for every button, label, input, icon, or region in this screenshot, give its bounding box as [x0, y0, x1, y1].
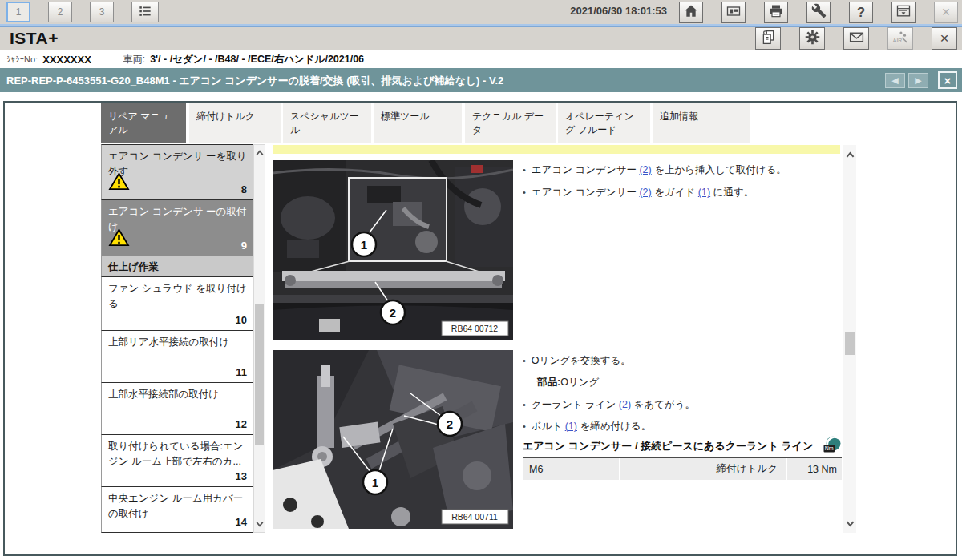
torque-value-cell: 13 Nm	[787, 458, 842, 480]
home-icon	[683, 3, 699, 22]
list-icon	[137, 3, 153, 22]
figure-condenser-install[interactable]: 1 2 RB64 00712	[273, 160, 513, 340]
tab-label: オペレーティング フルード	[565, 111, 634, 135]
step-replace-oring: •Oリングを交換する。	[523, 354, 843, 368]
question-icon: ?	[857, 5, 865, 21]
step-text: ボルト	[532, 421, 565, 432]
tab-operating-fluids[interactable]: オペレーティング フルード	[558, 103, 650, 143]
step-position-coolant-line: •クーラント ライン (2) をあてがう。	[523, 398, 843, 412]
torque-label-cell: 締付けトルク	[620, 458, 786, 480]
tab-label: スペシャルツール	[290, 111, 359, 135]
sidebar-item-text: 取り付けられている場合:エンジン ルーム上部で左右のカ...	[108, 441, 244, 467]
tab-technical-data[interactable]: テクニカル データ	[465, 103, 556, 143]
datetime-display: 2021/06/30 18:01:53	[570, 5, 667, 17]
step-text: エアコン コンデンサー	[532, 164, 640, 175]
scroll-up-button[interactable]	[254, 147, 265, 159]
tab-additional-info[interactable]: 追加情報	[653, 103, 750, 143]
sidebar-item-number: 12	[236, 417, 247, 433]
sidebar-item-install-condenser[interactable]: エアコン コンデンサ ーの取付け 9	[101, 200, 253, 256]
sidebar-item-upper-connection[interactable]: 上部水平接続部の取付け 12	[101, 383, 253, 435]
operations-list-button[interactable]	[131, 2, 159, 22]
scrollbar-thumb[interactable]	[255, 304, 264, 445]
vehicle-identification-button[interactable]	[722, 2, 746, 23]
document-title: REP-REP-P-6453551-G20_B48M1 - エアコン コンデンサ…	[6, 74, 808, 88]
close-document-button[interactable]: ×	[938, 71, 957, 89]
content-scrollbar[interactable]	[843, 145, 856, 533]
sidebar-item-text: ファン シュラウド を取り付ける	[108, 283, 247, 309]
tab-label: 締付けトルク	[196, 111, 255, 122]
sidebar-item-if-fitted-covers[interactable]: 取り付けられている場合:エンジン ルーム上部で左右のカ... 13	[101, 435, 253, 487]
figure-label: RB64 00712	[451, 324, 499, 333]
workshop-tools-button[interactable]	[806, 2, 831, 23]
sidebar-item-text: 上部水平接続部の取付け	[108, 389, 219, 400]
tab-tightening-torque[interactable]: 締付けトルク	[189, 103, 281, 143]
tab-special-tools[interactable]: スペシャルツール	[283, 103, 371, 143]
callout-1-number: 1	[372, 476, 378, 489]
scroll-up-button[interactable]	[843, 148, 856, 161]
close-session-button[interactable]: ×	[932, 27, 957, 50]
next-document-button[interactable]: ▶	[908, 73, 928, 88]
envelope-icon	[848, 29, 865, 49]
callout-link-2[interactable]: (2)	[639, 164, 651, 175]
tab-repair-manual[interactable]: リペア マニュアル	[101, 103, 186, 143]
wrench-icon	[811, 3, 827, 22]
close-icon: ×	[942, 4, 951, 21]
bullet-icon: •	[523, 400, 526, 409]
tab-label: 追加情報	[660, 111, 698, 122]
sidebar-item-upper-rear-connection[interactable]: 上部リア水平接続の取付け 11	[101, 331, 253, 383]
part-label: 部品:	[537, 377, 560, 388]
scroll-down-button[interactable]	[254, 518, 265, 530]
sidebar-scrollbar[interactable]	[253, 144, 265, 533]
window-minimize-button[interactable]	[891, 2, 916, 23]
step-text: をガイド	[652, 187, 698, 198]
warning-icon	[108, 228, 130, 252]
callout-link-1[interactable]: (1)	[698, 187, 710, 198]
close-icon: ×	[944, 74, 952, 87]
callout-link-2[interactable]: (2)	[619, 399, 631, 410]
bullet-icon: •	[523, 356, 526, 365]
svg-text:AIR: AIR	[893, 38, 902, 43]
scroll-down-button[interactable]	[843, 517, 856, 530]
view-button-3[interactable]: 3	[90, 2, 114, 22]
callout-link-2[interactable]: (2)	[639, 187, 651, 198]
printer-icon	[768, 3, 784, 22]
part-note-oring: 部品:Oリング	[537, 376, 858, 389]
sidebar-item-install-fan-shroud[interactable]: ファン シュラウド を取り付ける 10	[101, 277, 253, 331]
sidebar-header-finishing-work: 仕上げ作業	[101, 256, 253, 277]
help-button[interactable]: ?	[849, 2, 873, 23]
messages-button[interactable]	[843, 27, 869, 50]
callout-1-number: 1	[361, 238, 367, 252]
torque-nm-icon[interactable]: Nm	[823, 435, 842, 457]
tab-standard-tools[interactable]: 標準ツール	[374, 103, 462, 143]
view-button-1[interactable]: 1	[6, 2, 30, 22]
callout-link-1[interactable]: (1)	[565, 421, 577, 432]
bullet-icon: •	[523, 187, 526, 197]
figure-coolant-line[interactable]: 2 1 RB64 00711	[273, 350, 513, 529]
sidebar-header-text: 仕上げ作業	[108, 261, 159, 272]
vehicle-label: 車両:	[123, 53, 145, 66]
sidebar-item-remove-condenser[interactable]: エアコン コンデンサ ーを取り外す 8	[101, 144, 253, 200]
copy-document-button[interactable]	[755, 27, 781, 50]
step-text: を上から挿入して取付ける。	[652, 164, 786, 175]
home-button[interactable]	[679, 2, 703, 23]
tab-label: テクニカル データ	[472, 111, 544, 135]
chassis-number-value: XXXXXXX	[42, 54, 91, 66]
sidebar-item-number: 9	[241, 238, 247, 254]
sidebar-item-center-engine-cover[interactable]: 中央エンジン ルーム用カバーの取付け 14	[101, 487, 253, 533]
id-card-icon	[726, 3, 742, 22]
chassis-number-label: ｼｬｼｰNo:	[6, 54, 38, 64]
step-insert-condenser: •エアコン コンデンサー (2) を上から挿入して取付ける。	[523, 163, 843, 177]
warning-icon	[108, 172, 130, 195]
sidebar-item-number: 13	[236, 469, 247, 485]
copy-document-icon	[760, 29, 777, 49]
air-connection-button: AIR	[887, 27, 913, 50]
figure-label: RB64 00711	[451, 512, 498, 522]
print-button[interactable]	[764, 2, 788, 23]
view-button-2[interactable]: 2	[48, 2, 72, 22]
settings-button[interactable]	[799, 27, 825, 50]
scrollbar-thumb[interactable]	[845, 332, 855, 355]
chevron-right-icon: ▶	[915, 75, 921, 86]
section-highlight-bar	[273, 145, 840, 154]
prev-document-button[interactable]: ◀	[885, 73, 905, 88]
sidebar-item-number: 10	[236, 312, 247, 328]
